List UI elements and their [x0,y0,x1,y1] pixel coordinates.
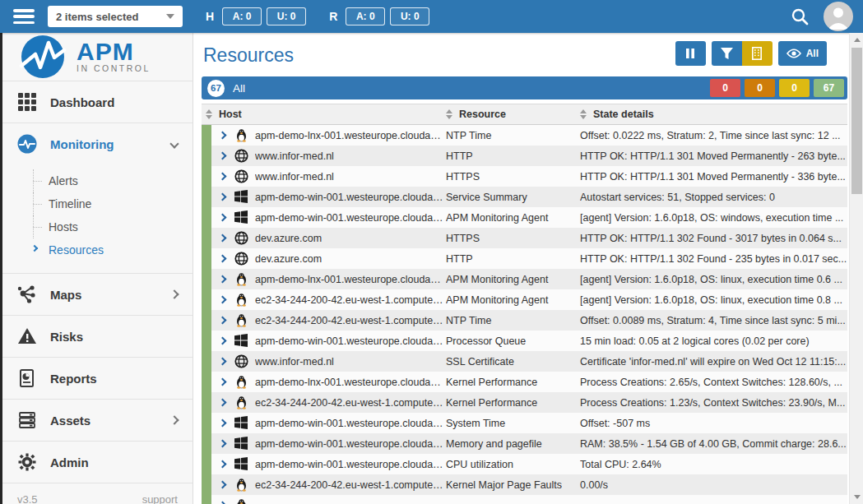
counter-critical[interactable]: 0 [710,79,740,97]
user-avatar[interactable] [824,2,853,31]
expand-chevron-icon[interactable] [219,440,227,448]
table-row[interactable]: ec2-34-244-200-42.eu-west-1.compute.a...… [202,310,847,331]
resource-name: APM Monitoring Agent [446,269,580,289]
table-row[interactable]: dev.azure.com HTTP HTTP OK: HTTP/1.1 302… [202,248,847,269]
table-row[interactable]: apm-demo-win-001.westeurope.cloudap... S… [202,413,847,433]
chevron-down-icon [169,139,179,148]
monitoring-pulse-icon [17,134,37,154]
sidebar-item-dashboard[interactable]: Dashboard [2,81,193,123]
search-icon[interactable] [791,7,809,25]
risk-warning-icon [17,326,37,346]
column-header-state-details[interactable]: State details [580,109,847,120]
host-name: apm-demo-lnx-001.westeurope.cloudapp... [255,130,446,141]
show-all-button[interactable]: All [778,41,827,66]
sidebar-subitem-alerts[interactable]: Alerts [2,169,193,192]
expand-chevron-icon[interactable] [219,337,227,345]
state-details: 15 min load: 0.05 at 2 logical cores (0.… [580,331,847,351]
table-row[interactable]: www.infor-med.nl HTTPS HTTP OK: HTTP/1.1… [202,166,847,187]
sidebar-item-maps[interactable]: Maps [2,274,193,316]
table-row[interactable]: apm-demo-lnx-001.westeurope.cloudapp... … [202,372,847,392]
logo-title: APM [77,40,151,63]
version-label: v3.5 [17,493,38,504]
expand-chevron-icon[interactable] [219,481,227,489]
scroll-down-arrow[interactable] [850,490,863,504]
counter-unknown[interactable]: 0 [745,79,775,97]
sidebar-item-monitoring[interactable]: Monitoring [2,123,193,164]
table-row[interactable]: www.infor-med.nl HTTP HTTP OK: HTTP/1.1 … [202,146,847,166]
expand-chevron-icon[interactable] [219,358,227,366]
counter-warning[interactable]: 0 [779,79,810,97]
table-row[interactable]: ec2-34-244-200-42.eu-west-1.compute.a...… [202,392,847,413]
table-row[interactable] [202,495,847,504]
filter-funnel-icon [721,48,733,59]
expand-chevron-icon[interactable] [219,275,227,284]
resource-ack-button[interactable]: A: 0 [346,7,385,25]
dashboard-grid-icon [17,92,37,112]
sidebar-item-assets[interactable]: Assets [2,400,193,442]
state-details: [agent] Version: 1.6.0p18, OS: linux, ex… [580,269,847,289]
expand-chevron-icon[interactable] [219,255,227,263]
filter-button[interactable] [712,41,742,66]
host-unack-button[interactable]: U: 0 [267,7,306,25]
expand-chevron-icon[interactable] [219,132,227,140]
table-row[interactable]: apm-demo-win-001.westeurope.cloudap... M… [202,433,847,454]
building-icon [752,47,762,60]
table-row[interactable]: apm-demo-win-001.westeurope.cloudap... A… [202,207,847,228]
sidebar-subitem-resources[interactable]: Resources [2,238,193,261]
table-row[interactable]: apm-demo-win-001.westeurope.cloudap... P… [202,331,847,351]
state-details: Process Creations: 2.65/s, Context Switc… [580,372,847,392]
expand-chevron-icon[interactable] [219,234,227,243]
expand-chevron-icon[interactable] [219,193,227,201]
linux-os-icon [234,272,248,286]
resource-unack-button[interactable]: U: 0 [390,7,429,25]
table-row[interactable]: apm-demo-lnx-001.westeurope.cloudapp... … [202,269,847,289]
table-row[interactable]: dev.azure.com HTTPS HTTP OK: HTTP/1.1 30… [202,228,847,248]
windows-os-icon [234,437,248,451]
state-details: RAM: 38.5% - 1.54 GB of 4.00 GB, Commit … [580,433,847,454]
resource-name: Memory and pagefile [446,433,580,454]
expand-chevron-icon[interactable] [219,378,227,386]
expand-chevron-icon[interactable] [219,173,227,181]
state-details: Offset: -507 ms [580,413,847,433]
counter-ok[interactable]: 67 [814,79,844,97]
sidebar-item-risks[interactable]: Risks [2,316,193,358]
expand-chevron-icon[interactable] [219,460,227,469]
windows-os-icon [234,457,248,471]
scroll-up-arrow[interactable] [850,33,863,47]
status-strip [202,433,211,454]
items-selected-dropdown[interactable]: 2 items selected [48,6,183,27]
expand-chevron-icon[interactable] [219,214,227,222]
hamburger-menu-icon[interactable] [13,9,35,24]
table-row[interactable]: apm-demo-win-001.westeurope.cloudap... S… [202,187,847,207]
host-name: ec2-34-244-200-42.eu-west-1.compute.a... [255,479,446,491]
column-header-host[interactable]: Host [202,109,446,120]
sidebar-subitem-hosts[interactable]: Hosts [2,215,193,238]
eye-icon [786,49,801,58]
table-row[interactable]: ec2-34-244-200-42.eu-west-1.compute.a...… [202,289,847,310]
expand-chevron-icon[interactable] [219,317,227,325]
table-row[interactable]: ec2-34-244-200-42.eu-west-1.compute.a...… [202,474,847,495]
expand-chevron-icon[interactable] [219,502,227,504]
pause-button[interactable] [675,41,706,66]
expand-chevron-icon[interactable] [219,296,227,304]
state-details: HTTP OK: HTTP/1.1 302 Found - 3017 bytes… [580,228,847,248]
sidebar-item-reports[interactable]: Reports [2,358,193,400]
host-view-button[interactable] [742,41,773,66]
linux-os-icon [234,498,248,504]
sidebar-item-admin[interactable]: Admin [2,442,193,483]
table-row[interactable]: www.infor-med.nl SSL Certificate Certifi… [202,351,847,372]
table-row[interactable]: apm-demo-lnx-001.westeurope.cloudapp... … [202,125,847,146]
toolbar: All [675,41,827,66]
host-ack-button[interactable]: A: 0 [222,7,262,25]
sidebar-subitem-timeline[interactable]: Timeline [2,192,193,215]
column-header-resource[interactable]: Resource [446,109,580,120]
expand-chevron-icon[interactable] [219,152,227,160]
expand-chevron-icon[interactable] [219,399,227,407]
expand-chevron-icon[interactable] [219,419,227,428]
resource-name: HTTPS [446,228,580,248]
support-link[interactable]: support [142,493,178,504]
group-header-all[interactable]: 67 All 00067 [202,76,847,99]
resource-name: Service Summary [446,187,580,207]
scrollbar-thumb[interactable] [851,48,862,194]
table-row[interactable]: apm-demo-win-001.westeurope.cloudap... C… [202,454,847,474]
